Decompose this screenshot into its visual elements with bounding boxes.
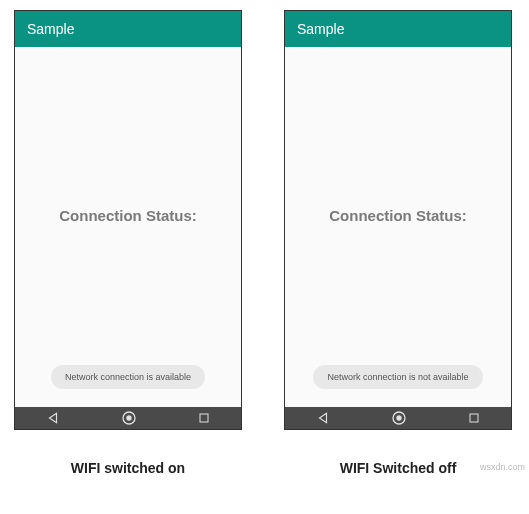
home-icon[interactable]	[121, 410, 137, 426]
navigation-bar	[285, 403, 511, 429]
caption-off: WIFI Switched off	[340, 460, 457, 476]
comparison-container: Sample Connection Status: Network connec…	[0, 0, 529, 486]
app-bar: Sample	[15, 11, 241, 47]
connection-status-label: Connection Status:	[59, 207, 197, 224]
content-area: Connection Status: Network connection is…	[285, 47, 511, 403]
connection-status-label: Connection Status:	[329, 207, 467, 224]
watermark: wsxdn.com	[480, 462, 525, 472]
toast-message: Network connection is available	[51, 365, 205, 389]
phone-wrapper-off: Sample Connection Status: Network connec…	[284, 10, 512, 476]
back-icon[interactable]	[316, 411, 330, 425]
toast-message: Network connection is not available	[313, 365, 482, 389]
app-bar: Sample	[285, 11, 511, 47]
back-icon[interactable]	[46, 411, 60, 425]
navigation-bar	[15, 403, 241, 429]
home-icon[interactable]	[391, 410, 407, 426]
phone-frame: Sample Connection Status: Network connec…	[284, 10, 512, 430]
content-area: Connection Status: Network connection is…	[15, 47, 241, 403]
app-title: Sample	[27, 21, 74, 37]
recent-icon[interactable]	[198, 412, 210, 424]
phone-frame: Sample Connection Status: Network connec…	[14, 10, 242, 430]
svg-rect-5	[470, 414, 478, 422]
app-title: Sample	[297, 21, 344, 37]
phone-wrapper-on: Sample Connection Status: Network connec…	[14, 10, 242, 476]
svg-point-4	[396, 415, 401, 420]
svg-rect-2	[200, 414, 208, 422]
recent-icon[interactable]	[468, 412, 480, 424]
caption-on: WIFI switched on	[71, 460, 185, 476]
svg-point-1	[126, 415, 131, 420]
